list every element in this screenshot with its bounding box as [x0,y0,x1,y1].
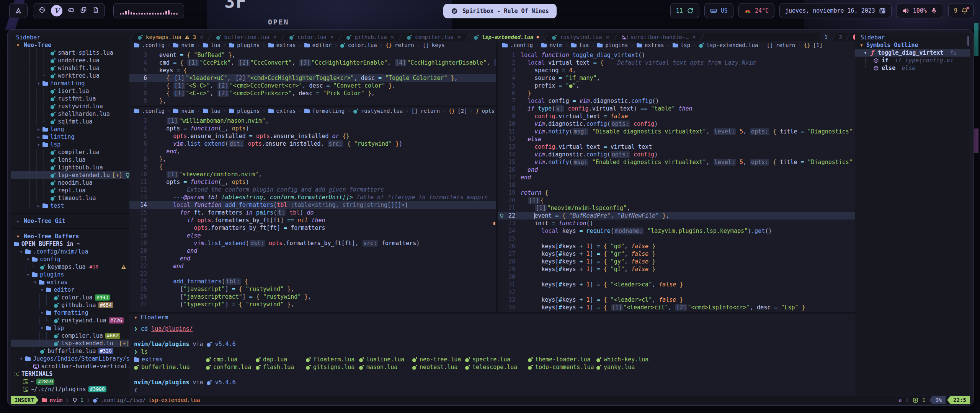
breadcrumb-item[interactable]: .config [142,107,165,115]
workspace-vivaldi[interactable]: V [51,5,62,16]
tab-close-icon[interactable]: × [330,33,333,41]
tree-item-item[interactable]: ~#2859 [11,378,129,385]
breadcrumb-item[interactable]: return [395,41,414,49]
tree-item-plugins[interactable]: ▾plugins [11,271,129,278]
workspace-browser[interactable] [39,7,46,15]
workspace-windows[interactable] [80,7,87,15]
symbols-outline-header[interactable]: ▾Symbols Outline [855,41,970,49]
updates-widget[interactable]: 11 [670,3,699,18]
tree-item-keymaps-lua[interactable]: │ └ keymaps.lua#10 [11,263,129,271]
tab-close-icon[interactable]: × [273,33,276,41]
tree-item-lsp-extended-lu[interactable]: │ │ │ lsp-extended.lu[+] [11,171,129,179]
breadcrumb-item[interactable]: formatting [312,107,345,115]
outline-scrollbar[interactable] [967,36,969,46]
tab-color[interactable]: color.lua× [285,33,338,41]
tree-item-lens-lua[interactable]: │ │ │ lens.lua [11,156,129,164]
symbols-outline-sidebar[interactable]: Sidebar▾Symbols Outline▾ƒtoggle_diag_vir… [855,33,970,395]
breadcrumb-item[interactable]: [2] [457,107,467,115]
breadcrumb-item[interactable]: extras [276,41,296,49]
tree-section-neo-tree[interactable]: ▾Neo-Tree [11,41,129,49]
tree-item-rustywind-lua[interactable]: │ │ │ rustywind.lua [11,102,129,110]
tree-item-config[interactable]: ▾config [11,255,129,263]
breadcrumb-item[interactable]: extras [645,41,664,49]
breadcrumb-item[interactable]: extras [276,107,296,115]
notifications-widget[interactable]: 9 [948,3,974,18]
keyboard-layout-widget[interactable]: US [704,3,733,18]
breadcrumb-item[interactable]: editor [312,41,332,49]
tree-section-neo-tree-git[interactable]: ▸Neo-Tree Git [11,217,129,225]
tab-close-icon[interactable]: × [693,33,696,41]
tab-close-icon[interactable]: × [391,33,394,41]
outline-item-if[interactable]: ├ if if type(config.vi [855,57,970,64]
tree-item-lsp-extended-lu[interactable]: │ └ lsp-extended.lu [+] [11,340,129,347]
breadcrumb-item[interactable]: plugins [237,41,260,49]
breadcrumb-item[interactable]: nvim [181,41,194,49]
tree-item-lsp[interactable]: ▾lsp [11,324,129,332]
breadcrumb-item[interactable]: nvim [181,107,194,115]
tab-compiler[interactable]: compiler.lua× [402,33,466,41]
tree-item-smart-splits-lua[interactable]: │ │ │ smart-splits.lua [11,49,129,57]
tree-item-compiler-lua[interactable]: │ │ │ compiler.lua [11,148,129,156]
tree-section-neo-tree-buffers[interactable]: ▾Neo-Tree Buffers [11,233,129,240]
audio-visualizer[interactable] [113,3,184,18]
tree-item-open-buffers-in[interactable]: OPEN BUFFERS in ~ [11,240,129,248]
app-launcher-button[interactable] [9,3,28,18]
breadcrumb-item[interactable]: opts [482,107,495,115]
tree-item-editor[interactable]: ▾editor [11,286,129,294]
tree-item-repl-lua[interactable]: │ │ │ repl.lua [11,187,129,194]
tree-item-test[interactable]: │ ▸test [11,202,129,210]
outline-item-else[interactable]: └ else else [855,64,970,72]
breadcrumb-item[interactable]: color.lua [348,41,377,49]
tree-item-undotree-lua[interactable]: │ │ │ undotree.lua [11,57,129,64]
tree-item-neodim-lua[interactable]: │ │ │ neodim.lua [11,179,129,187]
tab-close-icon[interactable]: × [200,33,203,41]
editor-pane-rustywind-lua[interactable]: .config›nvim›lua›plugins›extras›formatti… [129,107,496,312]
workspace-games[interactable] [68,7,75,15]
tree-item-isort-lua[interactable]: │ │ │ isort.lua [11,87,129,95]
tab-close-icon[interactable]: × [457,33,461,41]
tree-item-scrollbar-handle-vertical-p[interactable]: └ scrollbar-handle-vertical.p [11,363,129,370]
tree-item-github-lua[interactable]: │ └ github.lua#654 [11,301,129,309]
breadcrumb-item[interactable]: nvim [549,41,562,49]
now-playing-toast[interactable]: Spiritbox - Rule Of Nines [443,4,557,18]
breadcrumb-item[interactable]: .config [510,41,533,49]
breadcrumb-item[interactable]: lsp [681,41,690,49]
tree-item-sqlfmt-lua[interactable]: │ │ └ sqlfmt.lua [11,118,129,125]
breadcrumb-item[interactable]: [1] [813,41,823,49]
date-widget[interactable]: jueves, noviembre 16, 2023 [779,3,892,18]
tree-item-bufferline-lua[interactable]: └ bufferline.lua#328 [11,347,129,355]
workspace-docs[interactable] [92,7,99,15]
tree-item-shellharden-lua[interactable]: │ │ │ shellharden.lua [11,110,129,118]
breadcrumb-item[interactable]: lsp-extended.lua [707,41,758,49]
tab-close-icon[interactable]: × [606,33,609,41]
tree-item-compiler-lua[interactable]: │ │ compiler.lua#682 [11,332,129,340]
tree-item-lsp[interactable]: │ ▾lsp [11,141,129,148]
weather-widget[interactable]: 24°C [738,3,774,18]
tree-item-extras[interactable]: ▾extras [11,278,129,286]
tab-rustywind[interactable]: rustywind.lua× [547,33,614,41]
tab-scrollbar-handle[interactable]: scrollbar-handle-…× [617,33,700,41]
volume-widget[interactable]: 100% [897,3,943,18]
tree-item-rustywind-lua[interactable]: │ └ rustywind.lua#726 [11,317,129,324]
tabpage-2[interactable]: 2 [835,33,846,41]
tree-item-winshift-lua[interactable]: │ │ │ winshift.lua [11,64,129,72]
breadcrumb-item[interactable]: plugins [605,41,628,49]
tree-item-rustfmt-lua[interactable]: │ │ │ rustfmt.lua [11,95,129,102]
editor-pane-color-lua[interactable]: .config›nvim›lua›plugins›extras›editor›c… [129,41,496,106]
tab-lsp-extended[interactable]: lsp-extended.lua● [469,33,544,41]
tab-github[interactable]: github.lua× [342,33,399,41]
breadcrumb-item[interactable]: return [776,41,795,49]
breadcrumb-item[interactable]: lua [579,41,589,49]
floaterm-panel[interactable]: ▾Floaterm❯ cd lua/plugins/nvim/lua/plugi… [129,314,862,395]
tab-bufferline[interactable]: bufferline.lua× [212,33,281,41]
neo-tree-sidebar[interactable]: Sidebar ▾Neo-Tree │ │ │ smart-splits.lua… [11,33,129,395]
tree-item-config-nvim-lua[interactable]: ▾.config/nvim/lua [11,248,129,255]
editor-pane-lsp-extended-lua[interactable]: .config›nvim›lua›plugins›extras›lsp›lsp-… [498,41,862,311]
tree-item-juegos-indies-steamlibrary-st[interactable]: ▾Juegos/Indies/SteamLibrary/st [11,355,129,363]
breadcrumb-item[interactable]: rustywind.lua [361,107,403,115]
tabpage-1[interactable]: 1 [820,33,831,41]
breadcrumb-item[interactable]: plugins [237,107,260,115]
tree-item-color-lua[interactable]: │ │ color.lua#493 [11,294,129,301]
tree-item-formatting[interactable]: │ ▾formatting [11,80,129,87]
breadcrumb-item[interactable]: .config [142,41,165,49]
